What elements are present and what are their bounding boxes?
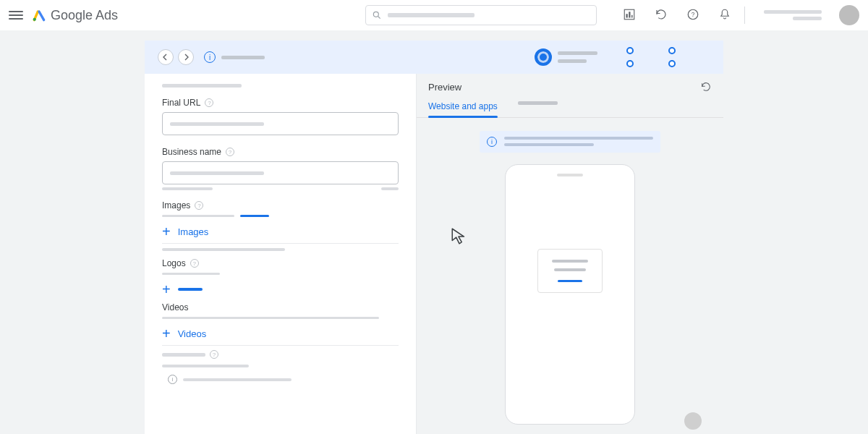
preview-tabs: Website and apps bbox=[417, 95, 723, 118]
breadcrumb bbox=[221, 56, 265, 59]
preview-body: i bbox=[417, 118, 723, 434]
section-heading-placeholder bbox=[162, 84, 242, 88]
videos-section-label: Videos bbox=[162, 302, 399, 312]
step-group-3[interactable] bbox=[668, 47, 681, 67]
add-images-button[interactable]: + Images bbox=[162, 224, 399, 239]
svg-point-0 bbox=[33, 18, 36, 21]
business-name-input[interactable] bbox=[162, 161, 399, 184]
avatar[interactable] bbox=[839, 5, 859, 25]
form-column: Final URL? Business name? Images? + Imag… bbox=[145, 74, 416, 434]
logos-section-label: Logos? bbox=[162, 258, 399, 268]
logos-progress bbox=[162, 273, 399, 275]
info-icon: i bbox=[168, 375, 177, 384]
final-url-input[interactable] bbox=[162, 112, 399, 135]
phone-notch bbox=[557, 174, 583, 176]
plus-icon: + bbox=[162, 282, 171, 297]
account-switcher[interactable] bbox=[764, 10, 822, 20]
back-button[interactable] bbox=[158, 49, 174, 65]
help-tooltip-icon[interactable]: ? bbox=[205, 98, 213, 107]
toolbar-icons: ? bbox=[623, 8, 731, 23]
phone-preview bbox=[505, 164, 635, 425]
search-icon bbox=[372, 10, 382, 20]
menu-icon[interactable] bbox=[9, 8, 23, 22]
help-tooltip-icon[interactable]: ? bbox=[195, 201, 203, 210]
svg-text:?: ? bbox=[692, 12, 695, 18]
cursor-icon bbox=[450, 226, 469, 245]
svg-rect-5 bbox=[629, 12, 630, 17]
plus-icon: + bbox=[162, 224, 171, 239]
info-banner: i bbox=[480, 131, 660, 153]
divider bbox=[744, 7, 745, 24]
helper-text bbox=[162, 187, 399, 190]
help-icon[interactable]: ? bbox=[686, 8, 699, 23]
tab-website-apps[interactable]: Website and apps bbox=[428, 95, 498, 117]
sub-section-placeholder: ? bbox=[162, 350, 399, 359]
stepper-bar: i bbox=[145, 41, 723, 74]
images-progress bbox=[162, 215, 399, 217]
images-section-label: Images? bbox=[162, 200, 399, 210]
add-videos-button[interactable]: + Videos bbox=[162, 326, 399, 341]
help-tooltip-icon[interactable]: ? bbox=[190, 259, 199, 268]
info-row-placeholder: i bbox=[162, 375, 399, 384]
ad-card-preview bbox=[537, 249, 603, 293]
help-tooltip-icon[interactable]: ? bbox=[210, 350, 218, 359]
info-icon[interactable]: i bbox=[204, 51, 216, 63]
preview-column: Preview Website and apps i bbox=[416, 74, 723, 434]
info-icon: i bbox=[487, 137, 497, 147]
fab-placeholder[interactable] bbox=[684, 412, 702, 430]
reports-icon[interactable] bbox=[623, 8, 636, 23]
refresh-icon[interactable] bbox=[655, 8, 668, 23]
tab-secondary[interactable] bbox=[518, 95, 558, 117]
svg-rect-6 bbox=[631, 14, 633, 17]
final-url-label: Final URL? bbox=[162, 98, 399, 108]
search-input[interactable] bbox=[365, 5, 597, 25]
business-name-label: Business name? bbox=[162, 147, 399, 157]
google-ads-logo-icon bbox=[32, 8, 46, 22]
add-logos-button[interactable]: + bbox=[162, 282, 399, 297]
videos-progress bbox=[162, 317, 399, 319]
svg-point-1 bbox=[373, 12, 378, 17]
step-group-2[interactable] bbox=[626, 47, 639, 67]
step-current[interactable] bbox=[535, 48, 597, 66]
preview-title: Preview bbox=[428, 82, 461, 93]
plus-icon: + bbox=[162, 326, 171, 341]
notifications-icon[interactable] bbox=[718, 8, 731, 23]
help-tooltip-icon[interactable]: ? bbox=[226, 148, 234, 156]
main-panel: Final URL? Business name? Images? + Imag… bbox=[145, 74, 723, 434]
refresh-preview-icon[interactable] bbox=[700, 81, 712, 93]
logo-text: Google Ads bbox=[51, 8, 118, 23]
logo[interactable]: Google Ads bbox=[32, 8, 118, 23]
forward-button[interactable] bbox=[178, 49, 194, 65]
top-bar: Google Ads ? bbox=[0, 0, 868, 30]
svg-rect-4 bbox=[626, 14, 628, 17]
svg-line-2 bbox=[378, 17, 380, 19]
